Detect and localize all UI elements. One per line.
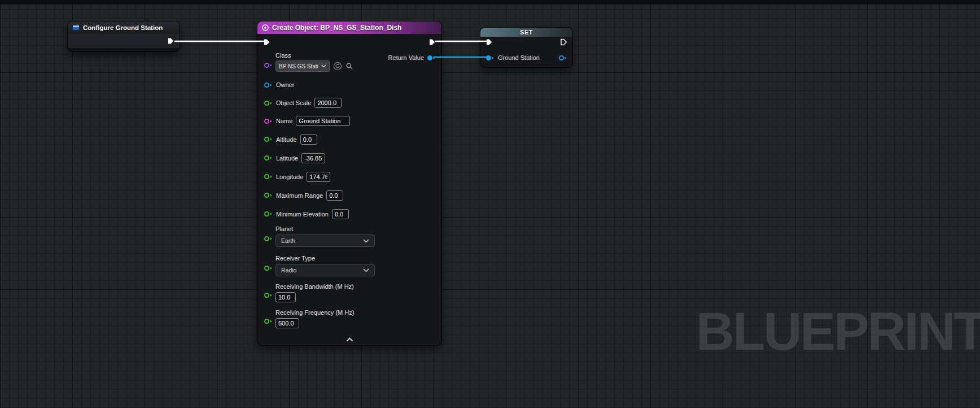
pin-label: Owner bbox=[276, 81, 294, 88]
pin-label: Receiver Type bbox=[275, 255, 441, 262]
class-dropdown[interactable]: BP NS GS Stati bbox=[275, 60, 330, 72]
pin-row-minimum-elevation: Minimum Elevation bbox=[257, 205, 441, 223]
node-footer bbox=[68, 48, 180, 51]
pin-row-latitude: Latitude bbox=[257, 149, 441, 167]
pin-label: Altitude bbox=[276, 136, 297, 143]
reset-to-default-icon[interactable] bbox=[333, 62, 342, 71]
node-body bbox=[68, 34, 180, 48]
blueprint-watermark: BLUEPRINT bbox=[696, 305, 980, 358]
pin-row-planet: Planet Earth bbox=[257, 225, 441, 247]
pin-label: Ground Station bbox=[498, 54, 540, 61]
float-pin[interactable] bbox=[264, 173, 273, 180]
float-pin[interactable] bbox=[264, 192, 273, 198]
pin-label: Receiving Bandwidth (M Hz) bbox=[275, 283, 441, 290]
exec-output-pin[interactable] bbox=[560, 38, 567, 46]
pin-row-ground-station: Ground Station bbox=[480, 49, 572, 66]
pin-label: Maximum Range bbox=[276, 192, 323, 199]
pin-label: Latitude bbox=[276, 155, 298, 162]
exec-input-pin[interactable] bbox=[263, 38, 270, 46]
minimum-elevation-input[interactable] bbox=[332, 209, 349, 219]
pin-row-name: Name bbox=[257, 112, 441, 130]
float-pin[interactable] bbox=[264, 318, 273, 324]
node-header[interactable]: Create Object: BP_NS_GS_Station_Dish bbox=[257, 21, 441, 34]
node-title: SET bbox=[520, 29, 533, 36]
float-pin[interactable] bbox=[264, 155, 273, 161]
class-pin[interactable] bbox=[264, 62, 273, 68]
pin-row-altitude: Altitude bbox=[257, 130, 441, 149]
pin-row-receiving-frequency: Receiving Frequency (M Hz) bbox=[257, 309, 441, 328]
maximum-range-input[interactable] bbox=[326, 190, 343, 201]
string-pin[interactable] bbox=[264, 118, 273, 124]
chevron-down-icon bbox=[363, 239, 369, 243]
exec-output-pin[interactable] bbox=[167, 37, 174, 45]
node-configure-ground-station[interactable]: Configure Ground Station bbox=[67, 21, 180, 52]
pin-label: Receiving Frequency (M Hz) bbox=[275, 309, 441, 316]
pin-row-maximum-range: Maximum Range bbox=[257, 186, 441, 205]
exec-input-pin[interactable] bbox=[485, 38, 493, 46]
exec-output-pin[interactable] bbox=[428, 38, 436, 46]
altitude-input[interactable] bbox=[300, 134, 317, 145]
chevron-down-icon bbox=[321, 64, 326, 68]
chevron-up-icon bbox=[346, 337, 353, 342]
pin-row-longitude: Longitude bbox=[257, 167, 441, 186]
name-input[interactable] bbox=[296, 116, 350, 126]
ground-station-input-pin[interactable] bbox=[485, 55, 495, 61]
latitude-input[interactable] bbox=[301, 153, 325, 163]
pin-row-owner: Owner bbox=[257, 76, 441, 94]
node-header[interactable]: SET bbox=[480, 28, 572, 37]
pin-label: Longitude bbox=[276, 173, 303, 180]
chevron-down-icon bbox=[363, 268, 369, 272]
node-title: Create Object: BP_NS_GS_Station_Dish bbox=[272, 24, 401, 32]
pin-label: Minimum Elevation bbox=[276, 211, 329, 218]
float-pin[interactable] bbox=[264, 265, 273, 271]
pin-row-object-scale: Object Scale bbox=[257, 94, 441, 112]
pin-row-receiving-bandwidth: Receiving Bandwidth (M Hz) bbox=[257, 283, 441, 302]
top-edge-shadow bbox=[0, 0, 980, 5]
exec-pin-row bbox=[257, 34, 441, 50]
float-pin[interactable] bbox=[264, 100, 273, 106]
receiver-type-dropdown[interactable]: Radio bbox=[275, 264, 375, 276]
node-title: Configure Ground Station bbox=[83, 24, 163, 31]
owner-pin[interactable] bbox=[264, 82, 273, 88]
pin-label: Name bbox=[276, 118, 292, 124]
node-header[interactable]: Configure Ground Station bbox=[68, 21, 180, 34]
return-value-pin[interactable] bbox=[427, 55, 436, 61]
exec-pin-row bbox=[480, 37, 572, 47]
object-scale-input[interactable] bbox=[314, 98, 342, 108]
float-pin[interactable] bbox=[264, 236, 273, 242]
collapse-node-button[interactable] bbox=[257, 336, 441, 344]
pin-label: Return Value bbox=[388, 54, 424, 61]
class-dropdown-value: BP NS GS Stati bbox=[279, 63, 318, 70]
node-create-object[interactable]: Create Object: BP_NS_GS_Station_Dish Cla… bbox=[257, 21, 442, 346]
node-set-ground-station[interactable]: SET Ground Station bbox=[480, 27, 573, 68]
blueprint-graph-canvas[interactable]: Configure Ground Station Create Object: … bbox=[0, 0, 980, 408]
create-object-icon bbox=[262, 24, 269, 31]
macro-icon bbox=[72, 25, 80, 31]
pin-row-return-value: Return Value bbox=[388, 54, 436, 62]
pin-label: Object Scale bbox=[276, 99, 311, 106]
float-pin[interactable] bbox=[264, 136, 273, 142]
planet-dropdown-value: Earth bbox=[281, 237, 295, 244]
planet-dropdown[interactable]: Earth bbox=[275, 235, 375, 247]
pin-row-receiver-type: Receiver Type Radio bbox=[257, 255, 441, 276]
ground-station-output-pin[interactable] bbox=[558, 55, 567, 61]
pin-row-class: Class BP NS GS Stati Return Value bbox=[257, 50, 441, 76]
receiving-frequency-input[interactable] bbox=[275, 318, 299, 328]
receiver-type-dropdown-value: Radio bbox=[281, 267, 296, 274]
float-pin[interactable] bbox=[264, 211, 273, 217]
longitude-input[interactable] bbox=[307, 172, 330, 182]
pin-label: Planet bbox=[275, 225, 441, 232]
search-icon[interactable] bbox=[345, 62, 353, 70]
receiving-bandwidth-input[interactable] bbox=[275, 292, 296, 302]
float-pin[interactable] bbox=[264, 292, 273, 298]
